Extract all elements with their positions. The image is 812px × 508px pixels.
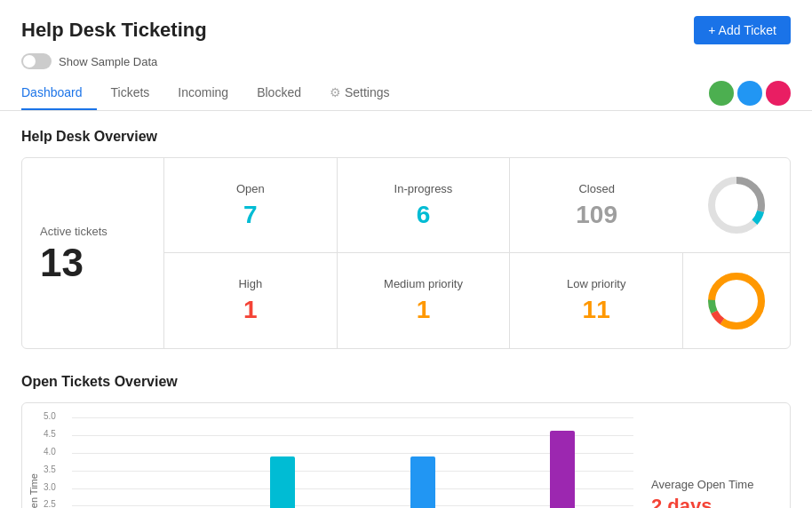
overview-card: Active tickets 13 Open 7 In-progress 6 C…: [21, 157, 791, 349]
main-content: Help Desk Overview Active tickets 13 Ope…: [0, 111, 812, 508]
tab-tickets[interactable]: Tickets: [97, 76, 164, 110]
stat-closed: Closed 109: [510, 158, 683, 253]
stat-low: Low priority 11: [510, 253, 683, 348]
stat-high: High 1: [164, 253, 338, 348]
open-tickets-chart: Open Time 5.0 4.5 4.0 3.5 3.0 2.5 2.0 1.…: [21, 402, 791, 508]
stat-open-value: 7: [243, 201, 258, 229]
avg-open-time-panel: Average Open Time 2 days: [633, 417, 776, 508]
bar-2: [221, 456, 346, 508]
avg-value: 2 days: [651, 495, 712, 509]
stat-inprogress-label: In-progress: [394, 182, 453, 195]
bar-chart-area: Open Time 5.0 4.5 4.0 3.5 3.0 2.5 2.0 1.…: [36, 417, 633, 508]
active-tickets-panel: Active tickets 13: [22, 158, 164, 348]
sample-data-toggle[interactable]: [21, 53, 52, 69]
stat-high-value: 1: [243, 296, 258, 324]
avg-label: Average Open Time: [651, 478, 753, 491]
avatar-2: [737, 81, 762, 106]
avatar-3: [766, 81, 791, 106]
y-axis-label: Open Time: [28, 473, 39, 508]
stat-closed-value: 109: [576, 201, 617, 229]
overview-section-title: Help Desk Overview: [21, 129, 791, 145]
tab-blocked[interactable]: Blocked: [243, 76, 315, 110]
tab-settings[interactable]: ⚙Settings: [315, 76, 404, 110]
stat-medium: Medium priority 1: [338, 253, 511, 348]
tab-dashboard[interactable]: Dashboard: [21, 76, 97, 110]
donut-chart-2: [683, 253, 790, 348]
bar-3: [361, 456, 485, 508]
stat-inprogress-value: 6: [417, 201, 431, 229]
avatar-1: [709, 81, 734, 106]
stat-medium-value: 1: [417, 296, 431, 324]
app-title: Help Desk Ticketing: [21, 19, 207, 42]
nav-avatars: [709, 81, 791, 106]
stat-low-value: 11: [583, 296, 610, 324]
bar-4: [501, 431, 625, 508]
donut-chart-1: [683, 158, 790, 253]
settings-gear-icon: ⚙: [330, 85, 341, 99]
stat-low-label: Low priority: [567, 277, 625, 290]
sample-data-label: Show Sample Data: [59, 55, 157, 68]
stat-high-label: High: [238, 277, 262, 290]
stat-closed-label: Closed: [578, 182, 614, 195]
add-ticket-button[interactable]: + Add Ticket: [694, 16, 791, 44]
bar-chart-inner: 5.0 4.5 4.0 3.5 3.0 2.5 2.0 1.5 1.0: [72, 417, 633, 508]
toggle-thumb: [23, 55, 36, 67]
active-tickets-count: 13: [40, 243, 146, 282]
stat-open: Open 7: [164, 158, 338, 253]
nav-bar: Dashboard Tickets Incoming Blocked ⚙Sett…: [0, 76, 812, 111]
active-tickets-label: Active tickets: [40, 225, 146, 238]
overview-grid: Open 7 In-progress 6 Closed 109: [164, 158, 790, 348]
bar-purple: [550, 431, 575, 508]
bar-teal: [270, 456, 295, 508]
open-tickets-title: Open Tickets Overview: [21, 374, 791, 390]
bar-blue: [410, 456, 435, 508]
stat-inprogress: In-progress 6: [338, 158, 511, 253]
nav-tabs: Dashboard Tickets Incoming Blocked ⚙Sett…: [21, 76, 404, 110]
tab-incoming[interactable]: Incoming: [163, 76, 243, 110]
stat-open-label: Open: [236, 182, 265, 195]
stat-medium-label: Medium priority: [384, 277, 463, 290]
bars-row: [72, 417, 633, 508]
